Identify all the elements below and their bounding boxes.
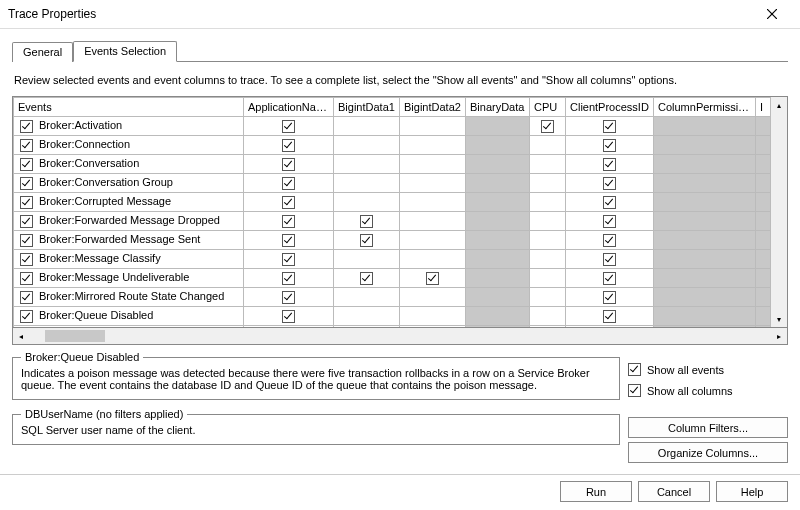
checkbox-icon[interactable] [541,120,554,133]
checkbox-icon[interactable] [282,234,295,247]
event-name-cell[interactable]: Broker:Activation [14,117,244,136]
event-enable-checkbox[interactable] [20,291,33,304]
grid-cell[interactable] [334,269,400,288]
grid-cell[interactable] [654,174,756,193]
grid-cell[interactable] [654,250,756,269]
checkbox-icon[interactable] [282,253,295,266]
checkbox-icon[interactable] [282,272,295,285]
event-enable-checkbox[interactable] [20,253,33,266]
grid-cell[interactable] [654,326,756,328]
organize-columns-button[interactable]: Organize Columns... [628,442,788,463]
close-button[interactable] [752,0,792,28]
grid-cell[interactable] [334,117,400,136]
grid-cell[interactable] [654,212,756,231]
grid-cell[interactable] [334,136,400,155]
grid-cell[interactable] [654,155,756,174]
scroll-left-icon[interactable]: ◂ [13,332,29,341]
event-name-cell[interactable]: Broker:Connection [14,136,244,155]
grid-cell[interactable] [654,288,756,307]
grid-cell[interactable] [566,117,654,136]
checkbox-icon[interactable] [282,139,295,152]
grid-cell[interactable] [244,193,334,212]
checkbox-icon[interactable] [282,120,295,133]
grid-cell[interactable] [244,212,334,231]
grid-cell[interactable] [654,231,756,250]
checkbox-icon[interactable] [603,158,616,171]
grid-cell[interactable] [566,250,654,269]
grid-cell[interactable] [566,212,654,231]
event-name-cell[interactable]: Broker:Conversation Group [14,174,244,193]
grid-cell[interactable] [466,193,530,212]
event-enable-checkbox[interactable] [20,272,33,285]
grid-cell[interactable] [400,174,466,193]
grid-cell[interactable] [400,193,466,212]
event-name-cell[interactable]: Broker:Forwarded Message Dropped [14,212,244,231]
checkbox-icon[interactable] [603,215,616,228]
event-enable-checkbox[interactable] [20,310,33,323]
grid-cell[interactable] [244,250,334,269]
checkbox-icon[interactable] [603,234,616,247]
tab-events-selection[interactable]: Events Selection [73,41,177,62]
grid-cell[interactable] [466,269,530,288]
grid-cell[interactable] [400,231,466,250]
checkbox-icon[interactable] [360,272,373,285]
event-enable-checkbox[interactable] [20,234,33,247]
col-appname[interactable]: ApplicationName [244,98,334,117]
event-name-cell[interactable]: Broker:Conversation [14,155,244,174]
grid-cell[interactable] [244,307,334,326]
grid-cell[interactable] [334,326,400,328]
grid-cell[interactable] [244,269,334,288]
event-name-cell[interactable]: Broker:Remote Message Acknowled… [14,326,244,328]
grid-cell[interactable] [466,155,530,174]
grid-cell[interactable] [530,307,566,326]
checkbox-icon[interactable] [360,215,373,228]
col-events[interactable]: Events [14,98,244,117]
grid-cell[interactable] [566,155,654,174]
event-enable-checkbox[interactable] [20,158,33,171]
scroll-right-icon[interactable]: ▸ [771,332,787,341]
event-enable-checkbox[interactable] [20,139,33,152]
grid-cell[interactable] [530,155,566,174]
vertical-scrollbar[interactable]: ▴ ▾ [770,97,787,327]
event-name-cell[interactable]: Broker:Corrupted Message [14,193,244,212]
column-filters-button[interactable]: Column Filters... [628,417,788,438]
grid-cell[interactable] [334,288,400,307]
grid-cell[interactable] [334,155,400,174]
checkbox-icon[interactable] [603,291,616,304]
grid-cell[interactable] [400,212,466,231]
grid-cell[interactable] [244,288,334,307]
col-clientpid[interactable]: ClientProcessID [566,98,654,117]
hscroll-thumb[interactable] [45,330,105,342]
grid-cell[interactable] [530,193,566,212]
checkbox-icon[interactable] [603,177,616,190]
grid-cell[interactable] [566,269,654,288]
grid-cell[interactable] [530,117,566,136]
checkbox-icon[interactable] [426,272,439,285]
checkbox-icon[interactable] [282,196,295,209]
grid-cell[interactable] [334,212,400,231]
grid-cell[interactable] [466,231,530,250]
grid-cell[interactable] [244,174,334,193]
event-enable-checkbox[interactable] [20,120,33,133]
grid-cell[interactable] [530,269,566,288]
grid-cell[interactable] [654,193,756,212]
grid-cell[interactable] [400,288,466,307]
grid-cell[interactable] [466,117,530,136]
checkbox-icon[interactable] [603,196,616,209]
checkbox-icon[interactable] [603,272,616,285]
col-binarydata[interactable]: BinaryData [466,98,530,117]
horizontal-scrollbar[interactable]: ◂ ▸ [12,328,788,345]
grid-cell[interactable] [530,136,566,155]
checkbox-icon[interactable] [282,158,295,171]
grid-cell[interactable] [400,269,466,288]
grid-cell[interactable] [334,174,400,193]
grid-cell[interactable] [566,288,654,307]
grid-cell[interactable] [466,326,530,328]
grid-cell[interactable] [530,212,566,231]
grid-cell[interactable] [400,155,466,174]
grid-cell[interactable] [566,326,654,328]
grid-cell[interactable] [530,288,566,307]
grid-cell[interactable] [566,231,654,250]
grid-cell[interactable] [334,250,400,269]
grid-cell[interactable] [566,136,654,155]
